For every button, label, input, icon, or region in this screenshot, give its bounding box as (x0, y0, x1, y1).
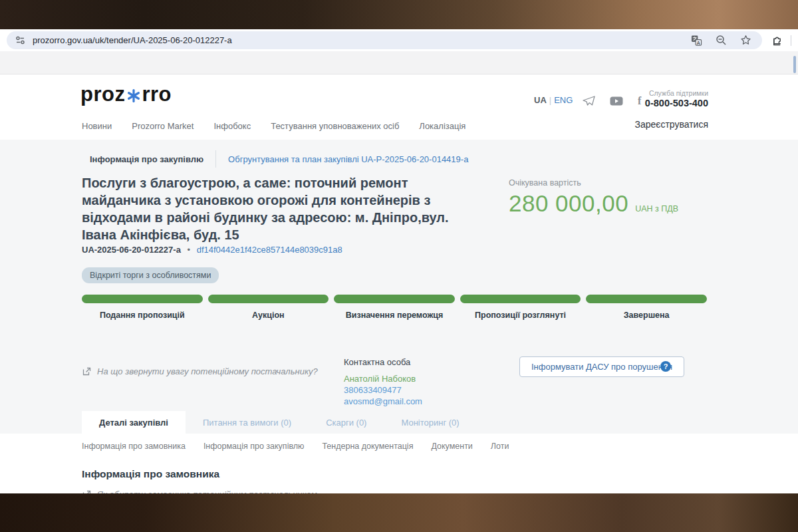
bookmark-star-icon[interactable] (740, 35, 751, 46)
subnav-tender-docs[interactable]: Тендерна документація (322, 442, 413, 451)
address-bar-actions: A (691, 35, 751, 46)
stage-segment (460, 295, 581, 303)
page-top-strip (0, 51, 798, 74)
extensions-puzzle-icon[interactable] (771, 35, 783, 46)
stage-segment (586, 295, 707, 303)
stage-label-submission: Подання пропозицій (82, 311, 203, 320)
breadcrumb-info-tab[interactable]: Інформація про закупівлю (90, 154, 203, 164)
contact-phone[interactable]: 380633409477 (344, 385, 422, 395)
nav-item-news[interactable]: Новини (82, 121, 112, 131)
translate-icon[interactable]: A (691, 35, 702, 46)
scrollbar-thumb[interactable] (793, 56, 796, 73)
report-violation-button[interactable]: Інформувати ДАСУ про порушення (519, 356, 684, 377)
subnav-buyer-info[interactable]: Інформація про замовника (82, 442, 186, 451)
expected-value-currency: UAH з ПДВ (635, 204, 678, 213)
logo-text-right: rro (142, 82, 172, 106)
stage-label-reviewed: Пропозиції розглянуті (460, 311, 581, 320)
zoom-out-icon[interactable] (716, 35, 727, 46)
site-settings-icon[interactable] (15, 35, 26, 46)
contact-block: Контактна особа Анатолій Набоков 3806334… (344, 357, 422, 406)
contact-name[interactable]: Анатолій Набоков (344, 374, 422, 384)
desktop-background-bottom (0, 493, 798, 532)
facebook-icon[interactable]: f (638, 95, 641, 107)
toolbar-right (771, 35, 791, 46)
url-text[interactable]: prozorro.gov.ua/uk/tender/UA-2025-06-20-… (33, 35, 691, 45)
id-dot: • (188, 245, 191, 255)
tender-id: UA-2025-06-20-012227-a (82, 245, 181, 255)
tab-questions[interactable]: Питання та вимоги (0) (186, 411, 309, 434)
prozorro-page: proz rro UA|ENG (0, 74, 798, 493)
tab-details[interactable]: Деталі закупівлі (82, 411, 186, 434)
stage-label-winner: Визначення переможця (334, 311, 455, 320)
site-header: proz rro UA|ENG (0, 74, 798, 140)
procedure-type-badge: Відкриті торги з особливостями (82, 267, 219, 283)
external-link-icon (82, 366, 92, 376)
details-subnav: Інформація про замовника Інформація про … (82, 442, 509, 451)
nav-item-testing[interactable]: Тестування уповноважених осіб (271, 121, 399, 131)
breadcrumb-plan-link[interactable]: Обгрунтування та план закупівлі UA-P-202… (228, 154, 468, 164)
youtube-icon[interactable] (610, 96, 623, 106)
stage-label-completed: Завершена (586, 311, 707, 320)
lang-eng[interactable]: ENG (554, 95, 573, 105)
language-switcher: UA|ENG (534, 95, 573, 105)
expected-value-amount: 280 000,00 (509, 190, 628, 217)
lang-separator: | (549, 95, 551, 105)
tender-content: Інформація про закупівлю Обгрунтування т… (0, 140, 798, 434)
support-block: Служба підтримки 0-800-503-400 (645, 89, 708, 108)
tab-monitoring[interactable]: Моніторинг (0) (384, 411, 476, 434)
subnav-documents[interactable]: Документи (431, 442, 472, 451)
stage-segment (208, 295, 329, 303)
stage-segment (82, 295, 203, 303)
address-bar[interactable]: prozorro.gov.ua/uk/tender/UA-2025-06-20-… (7, 31, 762, 49)
expected-value-label: Очікувана вартість (509, 178, 678, 188)
stage-labels: Подання пропозицій Аукціон Визначення пе… (82, 311, 707, 320)
support-label: Служба підтримки (645, 89, 708, 97)
nav-item-infobox[interactable]: Інфобокс (213, 121, 251, 131)
subnav-tender-info[interactable]: Інформація про закупівлю (203, 442, 305, 451)
desktop-background-top (0, 0, 798, 29)
supplier-hint-link[interactable]: На що звернути увагу потенційному постач… (82, 366, 318, 376)
toolbar-separator (791, 35, 791, 46)
tender-hash-link[interactable]: df14f0442e1f42ce857144e8039c91a8 (197, 245, 342, 255)
nav-item-market[interactable]: Prozorro Market (132, 121, 194, 131)
support-phone: 0-800-503-400 (645, 98, 708, 108)
subnav-lots[interactable]: Лоти (491, 442, 509, 451)
supplier-hint-text: На що звернути увагу потенційному постач… (97, 366, 318, 376)
tab-complaints[interactable]: Скарги (0) (309, 411, 384, 434)
contact-label: Контактна особа (344, 357, 422, 367)
browser-window: prozorro.gov.ua/uk/tender/UA-2025-06-20-… (0, 29, 798, 493)
breadcrumb-divider (215, 150, 216, 168)
screenshot-root: prozorro.gov.ua/uk/tender/UA-2025-06-20-… (0, 0, 798, 532)
prozorro-logo[interactable]: proz rro (80, 82, 172, 106)
tender-title: Послуги з благоустрою, а саме: поточний … (82, 174, 466, 243)
browser-toolbar: prozorro.gov.ua/uk/tender/UA-2025-06-20-… (0, 29, 798, 51)
tender-id-row: UA-2025-06-20-012227-a • df14f0442e1f42c… (82, 245, 342, 255)
breadcrumb: Інформація про закупівлю Обгрунтування т… (90, 150, 468, 168)
help-question-icon[interactable]: ? (660, 361, 671, 372)
logo-asterisk-icon (126, 88, 141, 103)
stage-progress-bar (82, 295, 707, 303)
expected-value-block: Очікувана вартість 280 000,00 UAH з ПДВ (509, 178, 678, 217)
register-link[interactable]: Зареєструватися (634, 119, 708, 130)
contact-email[interactable]: avosmd@gmail.com (344, 396, 422, 406)
social-links: f (583, 95, 641, 107)
stage-label-auction: Аукціон (208, 311, 329, 320)
details-panel: Інформація про замовника Інформація про … (0, 434, 798, 493)
telegram-icon[interactable] (583, 96, 595, 106)
lang-ua[interactable]: UA (534, 95, 547, 105)
main-navigation: Новини Prozorro Market Інфобокс Тестуван… (82, 121, 466, 131)
detail-tabs: Деталі закупівлі Питання та вимоги (0) С… (82, 411, 477, 434)
logo-text-left: proz (80, 82, 125, 106)
svg-text:A: A (697, 39, 701, 45)
stage-segment (334, 295, 455, 303)
buyer-section-heading: Інформація про замовника (82, 468, 219, 480)
nav-item-localization[interactable]: Локалізація (419, 121, 466, 131)
